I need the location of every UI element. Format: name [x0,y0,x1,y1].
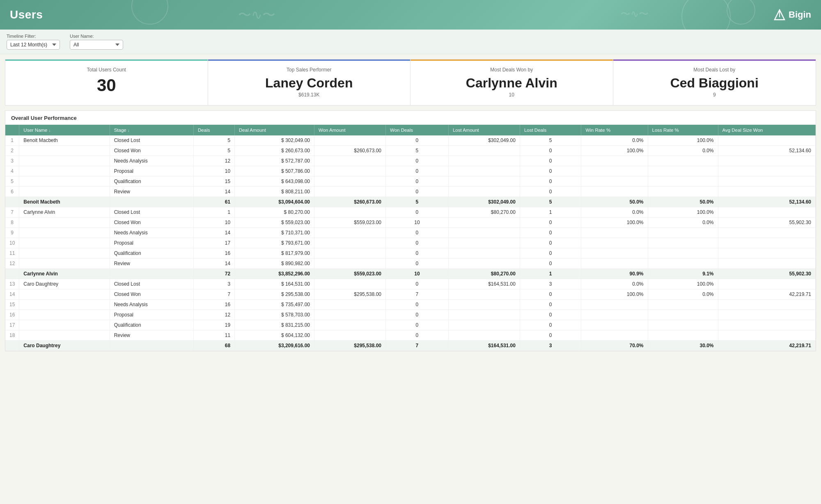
cell-deals: 14 [194,228,235,238]
cell-deals: 16 [194,248,235,259]
cell-won-amount [314,187,385,197]
cell-stage: Needs Analysis [110,300,193,310]
cell-deal-amount: $ 302,049.00 [235,135,314,146]
cell-avg-deal: 42,219.71 [718,289,815,300]
cell-avg-deal: 55,902.30 [718,269,815,279]
cell-avg-deal [718,187,815,197]
cell-loss-rate [648,228,718,238]
app-header: 〜∿〜 〜∿〜 Users Bigin [0,0,821,30]
cell-won-amount [314,279,385,289]
cell-win-rate [581,176,648,187]
cell-deal-amount: $3,852,296.00 [235,269,314,279]
cell-stage: Review [110,187,193,197]
cell-loss-rate [648,330,718,341]
kpi-label-total-users: Total Users Count [14,67,200,73]
cell-loss-rate [648,176,718,187]
cell-lost-amount [448,166,520,176]
cell-lost-deals: 0 [520,310,581,320]
cell-row-num: 18 [5,330,19,341]
table-row: 15Needs Analysis16$ 735,497.0000 [5,300,816,310]
cell-lost-deals: 0 [520,238,581,248]
cell-deal-amount: $ 578,703.00 [235,310,314,320]
cell-won-amount [314,320,385,330]
cell-deal-amount: $ 80,270.00 [235,207,314,218]
cell-deal-amount: $ 793,671.00 [235,238,314,248]
cell-stage: Closed Won [110,218,193,228]
cell-deal-amount: $ 710,371.00 [235,228,314,238]
kpi-label-top-sales: Top Sales Performer [216,67,402,73]
cell-won-deals: 7 [386,341,449,351]
sort-icon: ↓ [49,128,51,133]
cell-loss-rate: 50.0% [648,197,718,207]
cell-lost-deals: 0 [520,156,581,166]
cell-lost-amount: $164,531.00 [448,279,520,289]
cell-avg-deal [718,228,815,238]
username-filter-select[interactable]: All [70,40,123,50]
table-row: 13Caro DaughtreyClosed Lost3$ 164,531.00… [5,279,816,289]
cell-win-rate: 100.0% [581,146,648,156]
cell-deals: 72 [194,269,235,279]
cell-stage: Closed Won [110,146,193,156]
table-row: 7Carlynne AlvinClosed Lost1$ 80,270.000$… [5,207,816,218]
cell-stage: Needs Analysis [110,228,193,238]
cell-won-amount [314,300,385,310]
cell-won-amount: $559,023.00 [314,269,385,279]
cell-stage: Review [110,330,193,341]
cell-lost-amount: $80,270.00 [448,269,520,279]
cell-stage: Review [110,259,193,269]
table-row: 6Review14$ 808,211.0000 [5,187,816,197]
cell-won-deals: 0 [386,135,449,146]
cell-lost-deals: 0 [520,218,581,228]
table-scroll-container[interactable]: User Name↓Stage↓DealsDeal AmountWon Amou… [5,125,816,351]
cell-deals: 19 [194,320,235,330]
cell-lost-amount [448,259,520,269]
timeline-filter-label: Timeline Filter: [7,34,60,39]
cell-deal-amount: $ 808,211.00 [235,187,314,197]
cell-win-rate: 0.0% [581,279,648,289]
cell-user-name: Benoit Macbeth [19,135,110,146]
cell-row-num: 9 [5,228,19,238]
cell-won-amount [314,310,385,320]
cell-stage [110,197,193,207]
cell-avg-deal: 42,219.71 [718,341,815,351]
cell-lost-deals: 0 [520,166,581,176]
cell-loss-rate [648,300,718,310]
cell-won-amount [314,248,385,259]
cell-win-rate [581,310,648,320]
cell-stage: Qualification [110,176,193,187]
cell-deal-amount: $ 572,787.00 [235,156,314,166]
cell-deal-amount: $ 735,497.00 [235,300,314,310]
cell-row-num: 15 [5,300,19,310]
cell-stage: Closed Won [110,289,193,300]
kpi-value-most-lost: Ced Biaggioni [621,76,808,90]
cell-lost-deals: 0 [520,320,581,330]
subtotal-row: Carlynne Alvin72$3,852,296.00$559,023.00… [5,269,816,279]
timeline-filter-select[interactable]: Last 12 Month(s) [7,40,60,50]
th-stage[interactable]: Stage↓ [110,125,193,135]
cell-row-num: 4 [5,166,19,176]
cell-avg-deal [718,207,815,218]
cell-user-name [19,146,110,156]
cell-user-name [19,310,110,320]
cell-deal-amount: $ 831,215.00 [235,320,314,330]
cell-lost-deals: 1 [520,207,581,218]
cell-loss-rate [648,310,718,320]
cell-row-num [5,197,19,207]
cell-won-amount [314,135,385,146]
cell-row-num: 16 [5,310,19,320]
cell-win-rate [581,187,648,197]
cell-user-name [19,289,110,300]
th-lost-deals: Lost Deals [520,125,581,135]
cell-row-num: 7 [5,207,19,218]
cell-deals: 61 [194,197,235,207]
cell-deals: 68 [194,341,235,351]
cell-loss-rate [648,320,718,330]
cell-deal-amount: $ 604,132.00 [235,330,314,341]
th-user-name[interactable]: User Name↓ [19,125,110,135]
cell-user-name: Carlynne Alvin [19,207,110,218]
cell-win-rate: 0.0% [581,135,648,146]
cell-win-rate [581,259,648,269]
table-row: 18Review11$ 604,132.0000 [5,330,816,341]
brand-icon [774,9,785,21]
cell-loss-rate: 30.0% [648,341,718,351]
